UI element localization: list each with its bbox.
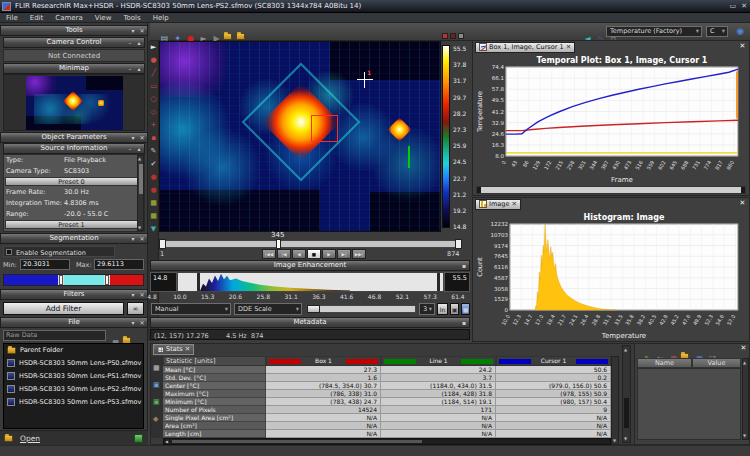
scale-select[interactable]: DDE Scale▾ bbox=[234, 303, 302, 315]
scroll-down-icon[interactable]: ▼ bbox=[613, 438, 616, 443]
options-icon[interactable]: ▪ bbox=[460, 262, 468, 270]
pin-icon[interactable]: ▾ bbox=[129, 291, 137, 299]
menu-item-help[interactable]: Help bbox=[147, 13, 175, 23]
dde-slider-handle[interactable] bbox=[307, 305, 320, 313]
range-handle-right[interactable] bbox=[741, 187, 745, 193]
stats-window-icon[interactable]: ▣ bbox=[153, 381, 160, 389]
panel-close-icon[interactable]: ✕ bbox=[738, 199, 747, 208]
collapse-icon[interactable]: – bbox=[126, 145, 134, 153]
level-spinner[interactable]: 3▾ bbox=[419, 303, 435, 315]
open-folder-icon[interactable] bbox=[4, 435, 13, 442]
delete-all-icon[interactable]: ● bbox=[148, 186, 159, 194]
close-icon[interactable]: ✕ bbox=[138, 319, 146, 327]
file-list-item[interactable]: HSDR-SC8303 50mm Lens-PS1.sfmov bbox=[4, 370, 143, 383]
stop-button[interactable]: ■ bbox=[307, 249, 321, 259]
namevalue-scrollbar[interactable]: ▲ ▼ bbox=[742, 358, 749, 440]
enable-segmentation-checkbox[interactable] bbox=[6, 249, 12, 255]
thermal-image[interactable]: 1 bbox=[159, 41, 441, 232]
stats-header-line-1[interactable]: Line 1 bbox=[381, 356, 496, 366]
minimize-button[interactable]: ▭ bbox=[729, 2, 736, 10]
menu-item-file[interactable]: File bbox=[0, 13, 24, 23]
mode-select[interactable]: Manual▾ bbox=[151, 303, 231, 315]
histogram-tab[interactable]: Image ✕ bbox=[475, 199, 521, 210]
enhancement-high-box[interactable]: 55.5 bbox=[444, 272, 470, 292]
box1-roi[interactable] bbox=[311, 115, 338, 142]
scroll-up-icon[interactable]: ▲ bbox=[743, 360, 746, 365]
export-strip-icon[interactable]: ▼ bbox=[148, 225, 159, 233]
refresh-icon[interactable] bbox=[134, 434, 143, 443]
seg-min-input[interactable]: 20.3031 bbox=[20, 259, 70, 270]
stats-grid-icon[interactable]: ▦ bbox=[153, 364, 160, 372]
first-frame-button[interactable]: |◀◀ bbox=[262, 249, 276, 259]
expand-icon[interactable]: ▴ bbox=[135, 145, 143, 153]
line1-roi[interactable] bbox=[408, 146, 410, 168]
value-column-header[interactable]: Value bbox=[692, 358, 741, 368]
stats-header-cursor-1[interactable]: Cursor 1 bbox=[496, 356, 611, 366]
menu-item-tools[interactable]: Tools bbox=[117, 13, 146, 23]
segment-color-0[interactable] bbox=[4, 275, 58, 285]
ellipse-tool-icon[interactable]: ○ bbox=[148, 95, 159, 103]
scroll-thumb[interactable] bbox=[172, 440, 422, 443]
stats-config-icon[interactable]: ◆ bbox=[153, 415, 158, 423]
box-tool-icon[interactable]: ▭ bbox=[148, 82, 159, 90]
segment-color-2[interactable] bbox=[110, 275, 143, 285]
menu-item-edit[interactable]: Edit bbox=[24, 13, 50, 23]
expand-icon[interactable]: ▴ bbox=[135, 65, 143, 73]
close-icon[interactable]: ✕ bbox=[512, 200, 517, 208]
stats-tab[interactable]: Stats ✕ bbox=[153, 344, 194, 355]
play-button[interactable]: ▶ bbox=[322, 249, 336, 259]
palette-marker-icon[interactable] bbox=[458, 33, 464, 39]
scroll-up-icon[interactable]: ▲ bbox=[138, 156, 141, 161]
open-session-icon[interactable] bbox=[223, 33, 232, 40]
cursor1-marker[interactable]: 1 bbox=[357, 72, 373, 88]
close-button[interactable]: ✕ bbox=[741, 2, 747, 10]
file-list-item[interactable]: HSDR-SC8303 50mm Lens-PS3.sfmov bbox=[4, 396, 143, 409]
scroll-left-icon[interactable]: ◀ bbox=[165, 439, 168, 444]
menu-item-camera[interactable]: Camera bbox=[49, 13, 88, 23]
close-icon[interactable]: ✕ bbox=[138, 134, 146, 142]
scroll-up-icon[interactable]: ▲ bbox=[624, 347, 627, 352]
ln-button[interactable]: ln bbox=[437, 303, 448, 315]
temporal-scrollbar[interactable] bbox=[476, 186, 746, 194]
file-filter-input[interactable]: Raw Data bbox=[3, 330, 106, 341]
pin-icon[interactable]: ▾ bbox=[129, 235, 137, 243]
close-icon[interactable]: ✕ bbox=[566, 43, 571, 51]
scroll-down-icon[interactable]: ▼ bbox=[138, 225, 141, 230]
scroll-down-icon[interactable]: ▼ bbox=[624, 436, 627, 441]
parent-folder-item[interactable]: Parent Folder bbox=[4, 344, 143, 357]
check-tool-icon[interactable]: ✔ bbox=[148, 160, 159, 168]
cross-tool-icon[interactable]: + bbox=[148, 121, 159, 129]
marker-tool-icon[interactable]: ▪ bbox=[148, 134, 159, 142]
select-tool-icon[interactable]: ► bbox=[148, 43, 159, 51]
panel-close-icon[interactable]: ✕ bbox=[738, 42, 747, 51]
pin-icon[interactable]: ▾ bbox=[129, 27, 137, 35]
lock-button[interactable]: ▣ bbox=[450, 303, 459, 315]
delete-roi-icon[interactable]: ● bbox=[148, 173, 159, 181]
preset-bar[interactable]: Preset 0 bbox=[5, 177, 138, 186]
units-select[interactable]: C▾ bbox=[706, 26, 728, 37]
play-reverse-button[interactable]: ◀ bbox=[292, 249, 306, 259]
scroll-down-icon[interactable]: ▼ bbox=[743, 433, 746, 438]
stats-export-icon[interactable]: ▣ bbox=[153, 398, 160, 406]
segmentation-colorband[interactable] bbox=[3, 274, 144, 286]
close-icon[interactable]: ✕ bbox=[138, 291, 146, 299]
close-icon[interactable]: ✕ bbox=[138, 27, 146, 35]
collapse-icon[interactable]: – bbox=[126, 65, 134, 73]
stats-header-statistic[interactable]: Statistic [units] bbox=[163, 356, 266, 366]
source-info-header[interactable]: Source Information–▴ bbox=[3, 143, 145, 154]
spot-tool-icon[interactable]: ● bbox=[148, 56, 159, 64]
last-frame-button[interactable]: ▶▶| bbox=[352, 249, 366, 259]
info-icon[interactable]: ◉ bbox=[736, 26, 744, 36]
stats-header-box-1[interactable]: Box 1 bbox=[266, 356, 381, 366]
pin-icon[interactable]: ▾ bbox=[129, 319, 137, 327]
grid-a-icon[interactable]: ▦ bbox=[148, 199, 159, 207]
palette-marker-icon[interactable] bbox=[450, 33, 456, 39]
source-scrollbar[interactable]: ▲ ▼ bbox=[137, 155, 144, 231]
scroll-thumb[interactable] bbox=[139, 164, 143, 194]
slider-start-handle[interactable] bbox=[159, 239, 166, 249]
enh-right-handle[interactable] bbox=[437, 273, 440, 292]
edit-tool-icon[interactable]: ✎ bbox=[148, 147, 159, 155]
enhancement-low-box[interactable]: 14.8 bbox=[150, 272, 177, 292]
segment-color-1[interactable] bbox=[64, 275, 104, 285]
save-session-icon[interactable] bbox=[236, 33, 245, 40]
